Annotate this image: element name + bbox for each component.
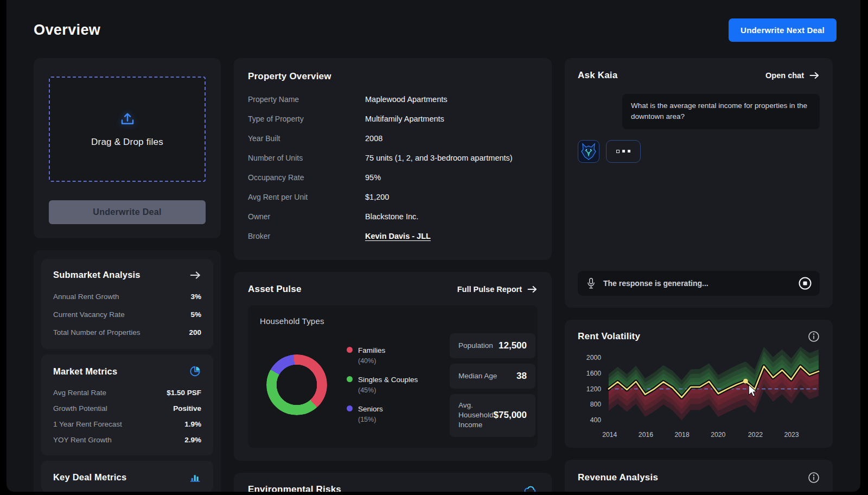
typing-dot [628, 150, 630, 153]
arrow-right-icon[interactable] [189, 270, 201, 280]
svg-text:1600: 1600 [586, 370, 601, 377]
pie-chart-icon [189, 365, 201, 377]
middle-column: Property Overview Property Name Maplewoo… [234, 58, 552, 492]
property-value: Blackstone Inc. [365, 212, 418, 221]
dropzone-label: Drag & Drop files [91, 137, 163, 148]
right-column: Ask Kaia Open chat What is the average r… [565, 58, 833, 492]
typing-dot [616, 150, 620, 153]
cloud-icon [524, 484, 538, 492]
typing-dot [622, 150, 625, 153]
metric-label: 1 Year Rent Forecast [53, 420, 122, 428]
svg-text:2020: 2020 [711, 431, 725, 439]
wolf-icon [580, 143, 597, 160]
svg-text:2016: 2016 [639, 431, 653, 439]
property-value: Maplewood Apartments [365, 95, 448, 104]
content-columns: Drag & Drop files Underwrite Deal Submar… [7, 42, 860, 492]
property-value: 95% [365, 173, 381, 182]
svg-text:800: 800 [590, 401, 602, 408]
donut-legend: Families (40%) Singles & Couples (45%) [347, 345, 440, 425]
file-dropzone[interactable]: Drag & Drop files [49, 77, 206, 182]
legend-label: Singles & Couples (45%) [358, 375, 418, 396]
property-value: 2008 [365, 134, 382, 143]
legend-item: Seniors (15%) [347, 404, 440, 425]
svg-text:2018: 2018 [674, 431, 689, 439]
left-column: Drag & Drop files Underwrite Deal Submar… [34, 58, 221, 492]
stat-value: $75,000 [494, 410, 527, 421]
left-metrics-group: Submarket Analysis Annual Rent Growth 3%… [34, 250, 221, 492]
legend-label: Seniors (15%) [358, 404, 383, 425]
svg-text:2022: 2022 [748, 431, 763, 439]
bar-chart-icon [189, 472, 201, 483]
household-donut-chart [266, 354, 327, 415]
legend-label: Families (40%) [358, 345, 385, 366]
typing-indicator [606, 140, 641, 163]
upload-icon [119, 111, 136, 127]
property-label: Occupancy Rate [248, 173, 365, 182]
info-icon[interactable] [808, 472, 820, 484]
chat-input-bar[interactable]: The response is generating... [578, 271, 820, 296]
metric-row: Growth Potential Positive [53, 401, 201, 416]
arrow-right-icon [527, 285, 538, 294]
underwrite-next-deal-button[interactable]: Underwrite Next Deal [729, 18, 837, 42]
asset-pulse-title: Asset Pulse [248, 284, 302, 295]
metric-value: 5% [190, 310, 201, 319]
key-deal-metrics-card: Key Deal Metrics [41, 461, 213, 492]
rent-volatility-chart: 4008001200160020002014201620182020202220… [578, 342, 820, 442]
property-row: Occupancy Rate 95% [248, 168, 538, 187]
metric-label: Current Vacancy Rate [53, 310, 125, 319]
app-window: Overview Underwrite Next Deal Drag & Dro… [7, 0, 860, 492]
metric-label: Avg Rental Rate [53, 389, 106, 397]
property-overview-title: Property Overview [248, 71, 538, 82]
stat-value: 38 [516, 371, 527, 382]
ask-kaia-card: Ask Kaia Open chat What is the average r… [565, 58, 833, 308]
property-label: Property Name [248, 95, 365, 104]
property-row: Year Built 2008 [248, 129, 538, 148]
metric-label: Annual Rent Growth [53, 293, 119, 301]
property-row: Broker Kevin Davis - JLL [248, 226, 538, 246]
metric-label: Total Number of Properties [53, 328, 141, 337]
metric-row: Current Vacancy Rate 5% [53, 306, 201, 323]
user-message-bubble: What is the average rental income for pr… [622, 94, 820, 129]
stat-label: Avg. Household Income [458, 401, 494, 430]
stat-label: Population [458, 341, 493, 351]
open-chat-link[interactable]: Open chat [765, 71, 820, 80]
info-icon[interactable] [808, 331, 820, 342]
top-bar: Overview Underwrite Next Deal [7, 0, 860, 42]
metric-row: 1 Year Rent Forecast 1.9% [53, 416, 201, 432]
rent-volatility-title: Rent Volatility [578, 331, 640, 342]
property-value: Multifamily Apartments [365, 115, 444, 123]
property-row: Owner Blackstone Inc. [248, 207, 538, 226]
metric-label: Growth Potential [53, 404, 107, 412]
metric-value: 1.9% [184, 420, 201, 428]
property-label: Broker [248, 232, 365, 240]
metric-value: $1.50 PSF [167, 389, 201, 397]
metric-label: YOY Rent Growth [53, 436, 112, 444]
underwrite-deal-button[interactable]: Underwrite Deal [49, 200, 206, 224]
property-row: Type of Property Multifamily Apartments [248, 109, 538, 129]
property-label: Owner [248, 212, 365, 221]
generating-status-text: The response is generating... [603, 279, 790, 288]
metric-row: Total Number of Properties 200 [53, 323, 201, 341]
stat-value: 12,500 [499, 340, 527, 351]
stop-generating-button[interactable] [798, 276, 812, 290]
broker-link[interactable]: Kevin Davis - JLL [365, 232, 431, 240]
microphone-icon[interactable] [586, 277, 596, 289]
svg-text:2014: 2014 [602, 431, 617, 439]
revenue-analysis-card: Revenue Analysis [565, 460, 833, 492]
demographic-stats: Population 12,500 Median Age 38 Avg. Hou… [450, 333, 535, 437]
submarket-analysis-card: Submarket Analysis Annual Rent Growth 3%… [41, 259, 213, 349]
market-metrics-title: Market Metrics [53, 366, 117, 377]
property-label: Avg Rent per Unit [248, 193, 365, 201]
assistant-reply-row [578, 140, 820, 163]
environmental-risks-card: Environmental Risks Flood 2 Fire [234, 473, 552, 492]
property-label: Number of Units [248, 154, 365, 162]
full-pulse-report-link[interactable]: Full Pulse Report [457, 285, 538, 294]
property-overview-card: Property Overview Property Name Maplewoo… [234, 58, 552, 260]
kaia-avatar [578, 140, 599, 163]
property-label: Year Built [248, 134, 365, 143]
stat-tile: Population 12,500 [450, 333, 535, 358]
svg-text:2000: 2000 [586, 354, 601, 361]
arrow-right-icon [809, 71, 820, 80]
metric-value: 200 [189, 328, 201, 337]
upload-card: Drag & Drop files Underwrite Deal [34, 58, 221, 238]
